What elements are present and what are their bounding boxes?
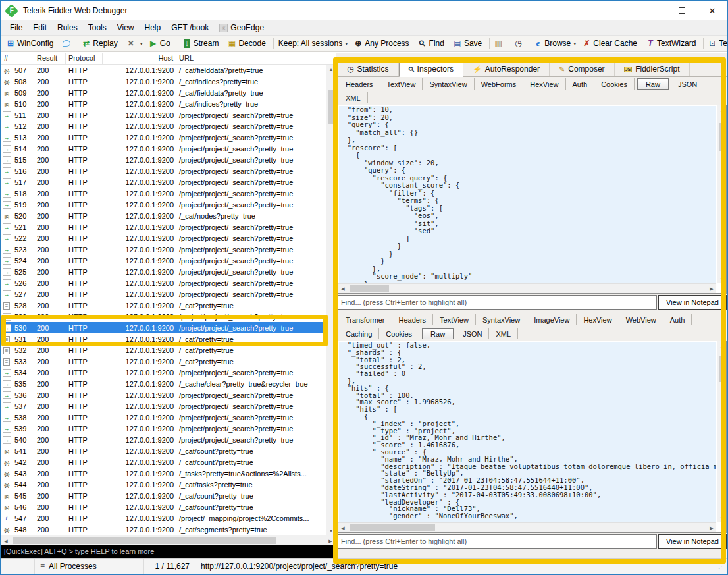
- session-row[interactable]: 508 200 HTTP 127.0.0.1:9200 /_cat/indice…: [1, 76, 326, 87]
- toolbar-button[interactable]: [491, 38, 511, 49]
- response-inspector-tab[interactable]: TextView: [433, 314, 476, 325]
- session-row[interactable]: 524 200 HTTP 127.0.0.1:9200 /project/pro…: [1, 255, 326, 266]
- main-tab[interactable]: Statistics: [338, 62, 399, 76]
- scrollbar-thumb[interactable]: [350, 285, 389, 292]
- session-row[interactable]: 525 200 HTTP 127.0.0.1:9200 /project/pro…: [1, 266, 326, 277]
- quickexec-bar[interactable]: [QuickExec] ALT+Q > type HELP to learn m…: [1, 545, 335, 559]
- menu-item[interactable]: Edit: [28, 21, 52, 34]
- session-row[interactable]: 522 200 HTTP 127.0.0.1:9200 /project/pro…: [1, 233, 326, 244]
- session-row[interactable]: 512 200 HTTP 127.0.0.1:9200 /project/pro…: [1, 121, 326, 132]
- session-row[interactable]: 530 200 HTTP 127.0.0.1:9200 /project/pro…: [1, 322, 326, 333]
- session-row[interactable]: 531 200 HTTP 127.0.0.1:9200 /_cat?pretty…: [1, 333, 326, 344]
- session-row[interactable]: 537 200 HTTP 127.0.0.1:9200 /project/pro…: [1, 400, 326, 412]
- toolbar-button[interactable]: Replay: [79, 38, 123, 49]
- session-list-vertical-scrollbar[interactable]: ▲ ▼: [326, 65, 335, 535]
- capture-indicator-area[interactable]: [1, 559, 35, 574]
- menu-item[interactable]: GET /book: [166, 21, 214, 34]
- session-row[interactable]: 514 200 HTTP 127.0.0.1:9200 /project/pro…: [1, 143, 326, 154]
- session-list-horizontal-scrollbar[interactable]: ◀ ▶: [1, 535, 335, 545]
- scroll-left-arrow-icon[interactable]: ◀: [338, 284, 348, 293]
- session-row[interactable]: 532 200 HTTP 127.0.0.1:9200 /_cat?pretty…: [1, 344, 326, 356]
- session-row[interactable]: 515 200 HTTP 127.0.0.1:9200 /project/pro…: [1, 154, 326, 165]
- background-tab[interactable]: Filters: [465, 53, 493, 61]
- session-row[interactable]: 511 200 HTTP 127.0.0.1:9200 /project/pro…: [1, 109, 326, 121]
- toolbar-button[interactable]: [273, 38, 274, 49]
- request-inspector-tab[interactable]: JSON: [671, 78, 704, 90]
- request-inspector-tab[interactable]: XML: [339, 92, 368, 103]
- response-inspector-tab[interactable]: HexView: [577, 314, 619, 325]
- process-filter[interactable]: All Processes: [35, 559, 120, 574]
- main-tab[interactable]: Inspectors: [399, 61, 463, 77]
- maximize-button[interactable]: [667, 1, 697, 20]
- session-row[interactable]: 538 200 HTTP 127.0.0.1:9200 /project/pro…: [1, 412, 326, 423]
- request-vertical-scrollbar[interactable]: ▲ ▼: [717, 105, 726, 283]
- session-row[interactable]: 523 200 HTTP 127.0.0.1:9200 /project/pro…: [1, 244, 326, 255]
- session-row[interactable]: 517 200 HTTP 127.0.0.1:9200 /project/pro…: [1, 177, 326, 188]
- menu-item[interactable]: File: [5, 21, 28, 34]
- session-row[interactable]: 529 200 HTTP 127.0.0.1:9200 /project/pro…: [1, 311, 326, 322]
- response-inspector-tab[interactable]: Raw: [422, 328, 454, 339]
- session-row[interactable]: 534 200 HTTP 127.0.0.1:9200 /project/pro…: [1, 367, 326, 378]
- session-row[interactable]: 535 200 HTTP 127.0.0.1:9200 /_cache/clea…: [1, 378, 326, 389]
- request-inspector-tab[interactable]: Auth: [566, 78, 595, 90]
- scroll-left-arrow-icon[interactable]: ◀: [1, 536, 11, 545]
- toolbar-button[interactable]: Stream: [180, 38, 225, 49]
- toolbar-button[interactable]: [489, 38, 490, 49]
- session-row[interactable]: 527 200 HTTP 127.0.0.1:9200 /project/pro…: [1, 288, 326, 300]
- response-inspector-tab[interactable]: Transformer: [339, 314, 392, 325]
- session-row[interactable]: 521 200 HTTP 127.0.0.1:9200 /project/pro…: [1, 221, 326, 233]
- scroll-up-arrow-icon[interactable]: ▲: [717, 105, 727, 115]
- toolbar-button[interactable]: Keep: All sessions ▾: [275, 38, 351, 49]
- response-vertical-scrollbar[interactable]: ▲ ▼: [717, 341, 726, 522]
- session-row[interactable]: 519 200 HTTP 127.0.0.1:9200 /project/pro…: [1, 199, 326, 210]
- request-inspector-tab[interactable]: Headers: [339, 78, 380, 90]
- response-inspector-tab[interactable]: WebView: [619, 314, 663, 325]
- toolbar-button[interactable]: Find: [415, 38, 450, 49]
- session-row[interactable]: 541 200 HTTP 127.0.0.1:9200 /_cat/count?…: [1, 445, 326, 456]
- session-row[interactable]: 544 200 HTTP 127.0.0.1:9200 /_cat/tasks?…: [1, 479, 326, 490]
- minimize-button[interactable]: [637, 1, 667, 20]
- session-row[interactable]: 513 200 HTTP 127.0.0.1:9200 /project/pro…: [1, 132, 326, 143]
- scrollbar-thumb[interactable]: [13, 537, 276, 544]
- response-find-input[interactable]: [338, 534, 657, 549]
- request-view-in-notepad-button[interactable]: View in Notepad: [658, 295, 727, 310]
- toolbar-button[interactable]: [59, 39, 79, 48]
- scrollbar-thumb[interactable]: [350, 524, 435, 531]
- main-tab[interactable]: AutoResponder: [463, 62, 550, 76]
- menu-item[interactable]: GeoEdge: [214, 21, 269, 34]
- session-row[interactable]: 520 200 HTTP 127.0.0.1:9200 /_cat/nodes?…: [1, 210, 326, 221]
- request-inspector-tab[interactable]: HexView: [523, 78, 565, 90]
- session-row[interactable]: 539 200 HTTP 127.0.0.1:9200 /project/pro…: [1, 423, 326, 434]
- session-row[interactable]: 510 200 HTTP 127.0.0.1:9200 /_cat/indice…: [1, 98, 326, 109]
- response-horizontal-scrollbar[interactable]: ◀ ▶: [338, 522, 716, 532]
- scroll-up-arrow-icon[interactable]: ▲: [717, 341, 727, 350]
- scroll-right-arrow-icon[interactable]: ▶: [707, 523, 716, 532]
- session-row[interactable]: 509 200 HTTP 127.0.0.1:9200 /_cat/fieldd…: [1, 87, 326, 98]
- response-inspector-tab[interactable]: Caching: [339, 328, 379, 339]
- background-tab[interactable]: APITest: [656, 53, 690, 61]
- scroll-down-arrow-icon[interactable]: ▼: [326, 526, 336, 535]
- main-tab[interactable]: FiddlerScript: [615, 62, 690, 76]
- column-header-protocol[interactable]: Protocol: [66, 53, 103, 64]
- request-horizontal-scrollbar[interactable]: ◀ ▶: [338, 283, 716, 293]
- menu-item[interactable]: Help: [140, 21, 167, 34]
- request-inspector-tab[interactable]: Cookies: [594, 78, 635, 90]
- toolbar-button[interactable]: [178, 38, 178, 49]
- response-inspector-tab[interactable]: XML: [489, 328, 518, 339]
- scroll-down-arrow-icon[interactable]: ▼: [717, 274, 727, 283]
- request-find-input[interactable]: [338, 295, 657, 310]
- session-row[interactable]: 528 200 HTTP 127.0.0.1:9200 /_cat?pretty…: [1, 300, 326, 311]
- session-row[interactable]: 548 200 HTTP 127.0.0.1:9200 /_cat/segmen…: [1, 524, 326, 535]
- main-tab[interactable]: Composer: [550, 62, 615, 76]
- menu-item[interactable]: Rules: [52, 21, 83, 34]
- session-row[interactable]: 526 200 HTTP 127.0.0.1:9200 /project/pro…: [1, 277, 326, 288]
- response-view-in-notepad-button[interactable]: View in Notepad: [658, 534, 727, 549]
- response-inspector-tab[interactable]: SyntaxView: [476, 314, 527, 325]
- toolbar-button[interactable]: [703, 38, 704, 49]
- scrollbar-thumb[interactable]: [719, 356, 725, 382]
- resize-grip[interactable]: ⋰: [718, 562, 727, 570]
- toolbar-button[interactable]: Go: [146, 38, 176, 49]
- session-row[interactable]: 543 200 HTTP 127.0.0.1:9200 /_tasks?pret…: [1, 468, 326, 479]
- menu-item[interactable]: Tools: [83, 21, 112, 34]
- toolbar-button[interactable]: WinConfig: [3, 38, 59, 49]
